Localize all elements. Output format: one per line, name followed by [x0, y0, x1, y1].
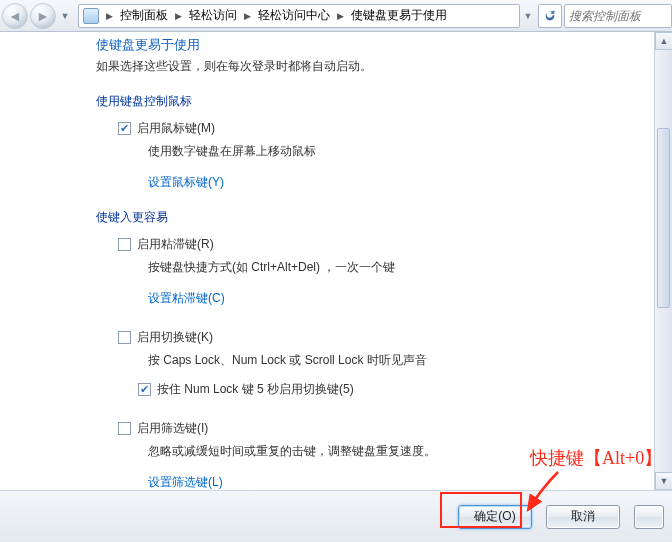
checkbox-icon [118, 422, 131, 435]
back-icon: ◄ [8, 8, 22, 24]
breadcrumb-item[interactable]: 控制面板 [118, 5, 170, 26]
checkbox-icon [118, 238, 131, 251]
breadcrumb-item[interactable]: 使键盘更易于使用 [349, 5, 449, 26]
search-box[interactable] [564, 4, 672, 28]
checkbox-label: 启用鼠标键(M) [137, 120, 215, 137]
breadcrumb[interactable]: ▶ 控制面板 ▶ 轻松访问 ▶ 轻松访问中心 ▶ 使键盘更易于使用 [78, 4, 520, 28]
filterkeys-settings-link[interactable]: 设置筛选键(L) [148, 474, 223, 490]
enable-togglekeys-checkbox[interactable]: 启用切换键(K) [118, 329, 642, 346]
scroll-thumb[interactable] [657, 128, 670, 308]
dialog-button-bar: 确定(O) 取消 [0, 490, 672, 542]
checkbox-label: 启用筛选键(I) [137, 420, 208, 437]
section-heading-typing: 使键入更容易 [96, 209, 642, 226]
scroll-down-button[interactable]: ▼ [655, 472, 672, 490]
section-heading-mousekeys: 使用键盘控制鼠标 [96, 93, 642, 110]
stickykeys-desc: 按键盘快捷方式(如 Ctrl+Alt+Del) ，一次一个键 [148, 259, 642, 276]
checkbox-label: 启用切换键(K) [137, 329, 213, 346]
mousekeys-settings-link[interactable]: 设置鼠标键(Y) [148, 174, 224, 191]
page-subtitle: 如果选择这些设置，则在每次登录时都将自动启动。 [96, 58, 642, 75]
ok-button[interactable]: 确定(O) [458, 505, 532, 529]
enable-mousekeys-checkbox[interactable]: 启用鼠标键(M) [118, 120, 642, 137]
search-input[interactable] [565, 5, 671, 27]
vertical-scrollbar[interactable]: ▲ ▼ [654, 32, 672, 490]
checkbox-icon [118, 331, 131, 344]
cancel-button[interactable]: 取消 [546, 505, 620, 529]
back-button[interactable]: ◄ [2, 3, 28, 29]
checkbox-label: 按住 Num Lock 键 5 秒启用切换键(5) [157, 381, 354, 398]
address-bar: ◄ ► ▼ ▶ 控制面板 ▶ 轻松访问 ▶ 轻松访问中心 ▶ 使键盘更易于使用 … [0, 0, 672, 32]
forward-icon: ► [36, 8, 50, 24]
chevron-right-icon: ▶ [103, 11, 116, 21]
refresh-icon [543, 9, 557, 23]
scroll-up-button[interactable]: ▲ [655, 32, 672, 50]
history-dropdown[interactable]: ▼ [58, 3, 72, 29]
checkbox-label: 启用粘滞键(R) [137, 236, 214, 253]
chevron-right-icon: ▶ [334, 11, 347, 21]
refresh-button[interactable] [538, 4, 562, 28]
nav-buttons: ◄ ► ▼ [2, 3, 72, 29]
settings-pane: 使键盘更易于使用 如果选择这些设置，则在每次登录时都将自动启动。 使用键盘控制鼠… [0, 32, 654, 490]
chevron-right-icon: ▶ [241, 11, 254, 21]
apply-button-clipped[interactable] [634, 505, 664, 529]
breadcrumb-dropdown[interactable]: ▼ [520, 3, 536, 29]
annotation-text: 快捷键【Alt+0】 [530, 446, 662, 470]
hold-numlock-checkbox[interactable]: 按住 Num Lock 键 5 秒启用切换键(5) [138, 381, 642, 398]
chevron-right-icon: ▶ [172, 11, 185, 21]
content-area: 使键盘更易于使用 如果选择这些设置，则在每次登录时都将自动启动。 使用键盘控制鼠… [0, 32, 672, 542]
mousekeys-desc: 使用数字键盘在屏幕上移动鼠标 [148, 143, 642, 160]
page-title: 使键盘更易于使用 [96, 36, 642, 54]
checkbox-icon [138, 383, 151, 396]
control-panel-icon [83, 8, 99, 24]
breadcrumb-item[interactable]: 轻松访问 [187, 5, 239, 26]
breadcrumb-item[interactable]: 轻松访问中心 [256, 5, 332, 26]
togglekeys-desc: 按 Caps Lock、Num Lock 或 Scroll Lock 时听见声音 [148, 352, 642, 369]
enable-filterkeys-checkbox[interactable]: 启用筛选键(I) [118, 420, 642, 437]
forward-button[interactable]: ► [30, 3, 56, 29]
checkbox-icon [118, 122, 131, 135]
stickykeys-settings-link[interactable]: 设置粘滞键(C) [148, 290, 225, 307]
enable-stickykeys-checkbox[interactable]: 启用粘滞键(R) [118, 236, 642, 253]
